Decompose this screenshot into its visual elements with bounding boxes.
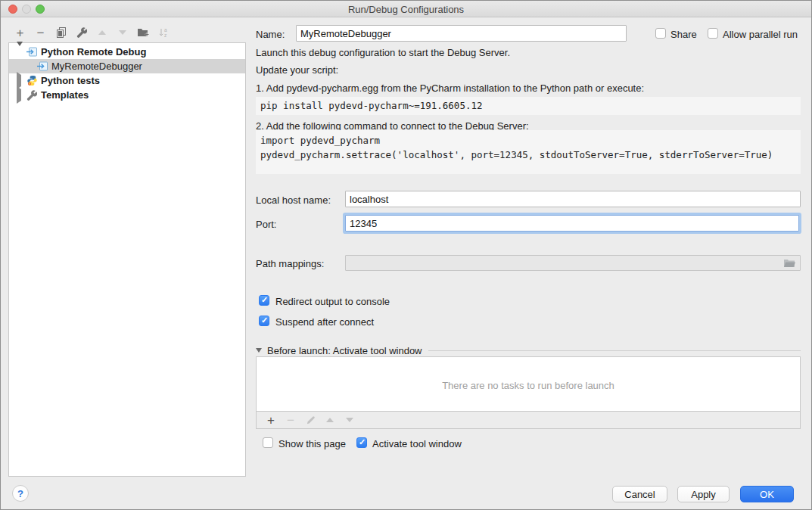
task-list-toolbar: + −: [257, 411, 800, 428]
window-title: Run/Debug Configurations: [1, 4, 811, 15]
run-debug-configurations-dialog: Run/Debug Configurations + −: [0, 0, 812, 510]
tree-item-python-remote-debug[interactable]: Python Remote Debug: [9, 45, 245, 59]
before-launch-task-list: There are no tasks to run before launch …: [256, 356, 801, 429]
add-configuration-button[interactable]: +: [10, 24, 30, 41]
allow-parallel-run-label: Allow parallel run: [723, 29, 798, 40]
share-checkbox-label: Share: [670, 29, 697, 40]
remove-task-button[interactable]: −: [281, 412, 300, 428]
name-label: Name:: [256, 29, 285, 40]
configurations-toolbar: + − az: [10, 24, 173, 41]
move-down-icon: [346, 418, 353, 422]
expand-toggle[interactable]: [17, 89, 26, 101]
tree-item-label: Python tests: [41, 75, 100, 86]
move-up-icon: [98, 30, 106, 35]
update-script-text: Update your script:: [256, 64, 338, 76]
activate-tool-window-label: Activate tool window: [372, 438, 462, 449]
tree-item-python-tests[interactable]: Python tests: [9, 73, 245, 88]
edit-task-button[interactable]: [300, 412, 320, 428]
chevron-right-icon: [17, 86, 21, 104]
collapse-icon: [256, 348, 262, 353]
svg-text:a: a: [164, 27, 167, 33]
move-task-down-button[interactable]: [340, 412, 359, 428]
show-this-page-checkbox[interactable]: [263, 437, 273, 448]
tree-item-myremotedebugger[interactable]: MyRemoteDebugger: [9, 59, 245, 73]
allow-parallel-run-checkbox[interactable]: [708, 28, 718, 39]
step1-text: 1. Add pydevd-pycharm.egg from the PyCha…: [256, 82, 644, 94]
edit-defaults-button[interactable]: [71, 24, 92, 41]
expand-toggle[interactable]: [17, 46, 26, 58]
title-bar: Run/Debug Configurations: [1, 1, 811, 17]
move-task-up-button[interactable]: [320, 412, 340, 428]
remove-icon: −: [37, 26, 45, 39]
suspend-after-connect-checkbox[interactable]: [259, 316, 269, 326]
new-folder-icon: [137, 27, 149, 38]
apply-button[interactable]: Apply: [677, 486, 730, 502]
before-launch-title: Before launch: Activate tool window: [267, 345, 422, 356]
wrench-icon: [26, 89, 38, 101]
settrace-code: import pydevd_pycharmpydevd_pycharm.sett…: [256, 130, 801, 174]
intro-text: Launch this debug configuration to start…: [256, 47, 510, 58]
chevron-down-icon: [17, 42, 23, 58]
copy-icon: [56, 27, 67, 38]
remove-configuration-button[interactable]: −: [30, 24, 51, 41]
move-up-icon: [326, 418, 334, 422]
sort-alphabetically-icon: az: [158, 27, 169, 38]
remove-icon: −: [287, 414, 294, 427]
svg-text:z: z: [164, 33, 166, 38]
show-this-page-label: Show this page: [278, 438, 346, 449]
wrench-icon: [76, 27, 87, 38]
pip-install-code: pip install pydevd-pycharm~=191.6605.12: [256, 97, 801, 115]
settrace-code-line1: import pydevd_pycharm: [260, 135, 380, 146]
redirect-output-label: Redirect output to console: [275, 296, 390, 307]
empty-tasks-text: There are no tasks to run before launch: [257, 380, 800, 391]
suspend-after-connect-label: Suspend after connect: [275, 316, 374, 328]
help-button[interactable]: ?: [12, 485, 29, 502]
move-down-button[interactable]: [112, 24, 132, 41]
add-icon: +: [267, 414, 275, 427]
port-label: Port:: [256, 219, 276, 230]
python-icon: [26, 75, 38, 87]
pencil-icon: [306, 415, 316, 425]
path-mappings-input[interactable]: [345, 255, 801, 271]
ok-button[interactable]: OK: [740, 486, 794, 502]
name-input[interactable]: [296, 25, 627, 42]
cancel-button[interactable]: Cancel: [612, 486, 667, 502]
tree-item-label: MyRemoteDebugger: [51, 61, 142, 72]
settrace-code-line2: pydevd_pycharm.settrace('localhost', por…: [260, 149, 773, 160]
port-input[interactable]: [345, 215, 799, 232]
redirect-output-checkbox[interactable]: [259, 295, 269, 306]
tree-item-label: Templates: [41, 89, 89, 101]
sort-configurations-button[interactable]: az: [153, 24, 173, 41]
configurations-tree: Python Remote Debug MyRemoteDebugger Pyt…: [8, 42, 246, 477]
tree-item-label: Python Remote Debug: [41, 46, 146, 58]
move-up-button[interactable]: [92, 24, 112, 41]
separator-line: [428, 350, 801, 351]
help-icon: ?: [17, 488, 23, 499]
move-down-icon: [119, 30, 126, 35]
tree-item-templates[interactable]: Templates: [9, 88, 245, 102]
local-host-name-label: Local host name:: [256, 194, 331, 206]
remote-debug-icon: [26, 46, 38, 58]
share-checkbox[interactable]: [655, 28, 666, 39]
add-icon: +: [17, 26, 24, 39]
browse-folder-icon[interactable]: [783, 259, 795, 268]
activate-tool-window-checkbox[interactable]: [356, 437, 367, 448]
add-task-button[interactable]: +: [261, 412, 281, 428]
expand-toggle[interactable]: [17, 75, 26, 86]
new-folder-button[interactable]: [132, 24, 153, 41]
before-launch-header[interactable]: Before launch: Activate tool window: [256, 345, 801, 356]
remote-debug-icon: [36, 61, 48, 73]
path-mappings-label: Path mappings:: [256, 258, 324, 269]
local-host-name-input[interactable]: [345, 191, 801, 207]
copy-configuration-button[interactable]: [51, 24, 71, 41]
